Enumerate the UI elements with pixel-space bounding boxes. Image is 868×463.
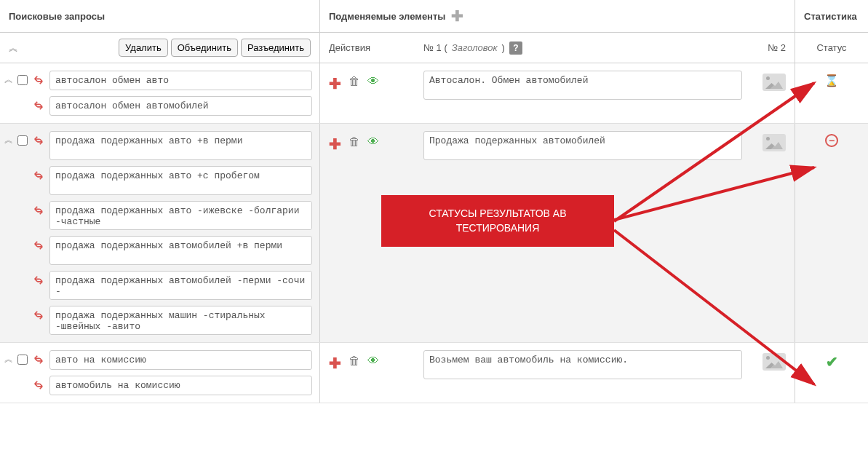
trash-icon[interactable]: 🗑 xyxy=(349,355,360,372)
ungroup-icon[interactable] xyxy=(33,96,45,113)
eye-icon[interactable]: 👁 xyxy=(367,355,379,372)
subheader-status: Статус xyxy=(795,33,868,63)
query-item xyxy=(33,71,312,90)
query-input[interactable] xyxy=(49,71,312,90)
group-checkbox[interactable] xyxy=(17,75,28,85)
query-item xyxy=(33,271,312,300)
header-replaced-elements: Подменяемые элементы ✚ xyxy=(320,0,795,32)
replacement-input[interactable] xyxy=(423,131,742,160)
ungroup-icon[interactable] xyxy=(33,350,45,367)
query-input[interactable] xyxy=(49,201,312,230)
status-hourglass-icon: ⌛ xyxy=(824,74,839,87)
trash-icon[interactable]: 🗑 xyxy=(349,75,360,92)
delete-button[interactable]: Удалить xyxy=(119,39,168,57)
add-element-icon[interactable]: ✚ xyxy=(451,7,463,25)
group-left: ︽ xyxy=(0,343,320,403)
query-input[interactable] xyxy=(49,350,312,370)
collapse-all-icon[interactable]: ︽ xyxy=(9,41,18,55)
query-input[interactable] xyxy=(49,166,312,195)
group-status: − xyxy=(795,124,868,342)
subheader-actions: Действия xyxy=(329,42,423,53)
header-replaced-label: Подменяемые элементы xyxy=(329,11,445,22)
subheader-col2: № 2 xyxy=(742,42,786,53)
image-placeholder-icon[interactable] xyxy=(763,74,786,91)
ungroup-icon[interactable] xyxy=(33,306,45,322)
status-minus-icon: − xyxy=(825,134,838,147)
callout-label: СТАТУСЫ РЕЗУЛЬТАТОВ АВ ТЕСТИРОВАНИЯ xyxy=(381,195,614,247)
query-item xyxy=(33,376,312,395)
query-item xyxy=(33,131,312,160)
image-placeholder-icon[interactable] xyxy=(763,353,786,371)
group-status: ✔ xyxy=(795,343,868,403)
collapse-icon[interactable]: ︽ xyxy=(4,353,13,365)
header-search-queries: Поисковые запросы xyxy=(0,0,320,32)
group-left: ︽ xyxy=(0,124,320,342)
col1-title: Заголовок xyxy=(452,42,498,53)
ungroup-icon[interactable] xyxy=(33,376,45,392)
query-input[interactable] xyxy=(49,376,312,395)
collapse-icon[interactable]: ︽ xyxy=(4,134,13,146)
query-item xyxy=(33,306,312,335)
eye-icon[interactable]: 👁 xyxy=(367,75,379,92)
add-icon[interactable]: ✚ xyxy=(329,75,341,92)
replacement-input[interactable] xyxy=(423,71,742,100)
header-statistics: Статистика xyxy=(795,0,868,32)
query-input[interactable] xyxy=(49,306,312,335)
subheader-col1: № 1 (Заголовок ) ? xyxy=(423,41,742,55)
col1-prefix: № 1 ( xyxy=(423,42,447,53)
query-item xyxy=(33,236,312,265)
query-input[interactable] xyxy=(49,96,312,116)
query-item xyxy=(33,350,312,370)
query-input[interactable] xyxy=(49,236,312,265)
ungroup-icon[interactable] xyxy=(33,166,45,183)
group-mid: ✚🗑👁 xyxy=(320,63,795,123)
query-input[interactable] xyxy=(49,131,312,160)
eye-icon[interactable]: 👁 xyxy=(367,135,379,153)
ungroup-icon[interactable] xyxy=(33,201,45,218)
merge-button[interactable]: Объединить xyxy=(171,39,238,57)
callout-line2: ТЕСТИРОВАНИЯ xyxy=(456,222,540,234)
ungroup-icon[interactable] xyxy=(33,271,45,288)
group-checkbox[interactable] xyxy=(17,355,28,365)
image-placeholder-icon[interactable] xyxy=(763,134,786,151)
col1-suffix: ) xyxy=(502,42,505,53)
trash-icon[interactable]: 🗑 xyxy=(349,135,360,153)
group-status: ⌛ xyxy=(795,63,868,123)
query-input[interactable] xyxy=(49,271,312,300)
ungroup-icon[interactable] xyxy=(33,236,45,253)
split-button[interactable]: Разъединить xyxy=(241,39,311,57)
callout-line1: СТАТУСЫ РЕЗУЛЬТАТОВ АВ xyxy=(429,207,567,219)
query-item xyxy=(33,201,312,230)
group-left: ︽ xyxy=(0,63,320,123)
help-icon[interactable]: ? xyxy=(509,41,522,55)
group-row: ︽✚🗑👁✔ xyxy=(0,343,868,403)
status-check-icon: ✔ xyxy=(826,353,838,371)
ungroup-icon[interactable] xyxy=(33,131,45,148)
add-icon[interactable]: ✚ xyxy=(329,355,341,372)
add-icon[interactable]: ✚ xyxy=(329,135,341,153)
ungroup-icon[interactable] xyxy=(33,71,45,87)
query-item xyxy=(33,166,312,195)
group-checkbox[interactable] xyxy=(17,135,28,146)
group-mid: ✚🗑👁 xyxy=(320,343,795,403)
replacement-input[interactable] xyxy=(423,350,742,379)
collapse-icon[interactable]: ︽ xyxy=(4,74,13,86)
query-item xyxy=(33,96,312,116)
group-row: ︽✚🗑👁⌛ xyxy=(0,63,868,124)
